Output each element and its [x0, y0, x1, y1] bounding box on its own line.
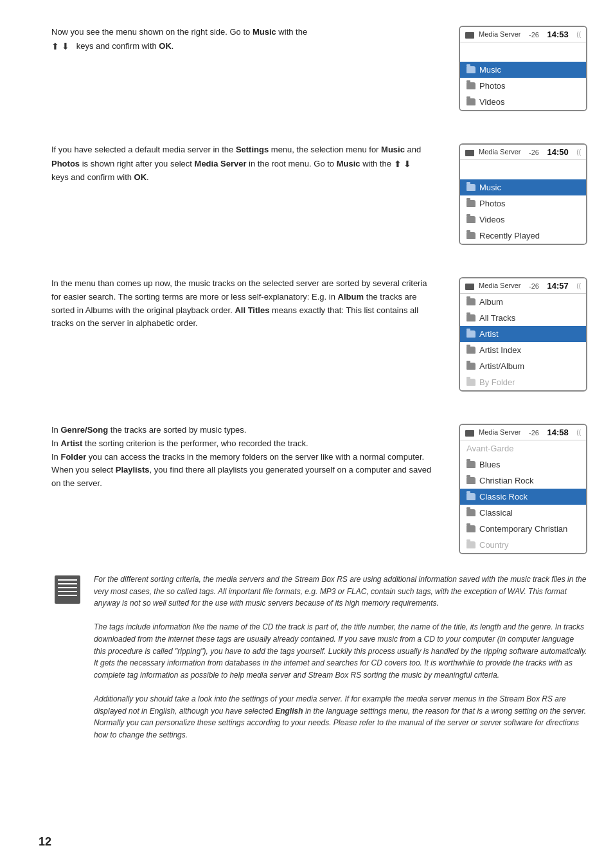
device-mockup-1: Media Server -26 14:53 (( Music Photos [459, 26, 587, 111]
device-3-server-label: Media Server [465, 282, 520, 289]
menu-item-country[interactable]: Country [460, 537, 586, 553]
section-1-text: Now you see the menu shown on the right … [51, 26, 440, 111]
device-mockup-3: Media Server -26 14:57 (( Album All Trac… [459, 277, 587, 392]
section-4: In Genre/Song the tracks are sorted by m… [51, 424, 587, 554]
server-icon-1 [465, 32, 474, 39]
device-2-body: Music Photos Videos Recently Played [460, 160, 586, 244]
menu-item-artist[interactable]: Artist [460, 326, 586, 342]
device-mockup-4: Media Server -26 14:58 (( Avant-Garde Bl… [459, 424, 587, 554]
device-1-body: Music Photos Videos [460, 42, 586, 110]
menu-item-by-folder[interactable]: By Folder [460, 374, 586, 390]
arrow-keys-icon-2: ⬆ ⬇ [394, 157, 412, 171]
arrow-keys-icon: ⬆ ⬇ [51, 39, 69, 53]
device-1-db: -26 [529, 31, 539, 39]
note-p3: Additionally you should take a look into… [94, 693, 587, 741]
device-4-header: Media Server -26 14:58 (( [460, 425, 586, 440]
folder-icon [466, 525, 475, 532]
note-english-bold: English [275, 707, 303, 716]
menu-item-photos-1[interactable]: Photos [460, 78, 586, 94]
folder-icon [466, 493, 475, 500]
device-3-db: -26 [529, 282, 539, 290]
device-4-server-label: Media Server [465, 428, 520, 436]
section-2-paragraph: If you have selected a default media ser… [51, 143, 433, 185]
note-section: For the different sorting criteria, the … [51, 574, 587, 741]
section-3-text: In the menu than comes up now, the music… [51, 277, 440, 392]
device-3: Media Server -26 14:57 (( Album All Trac… [459, 277, 587, 392]
menu-item-all-tracks[interactable]: All Tracks [460, 310, 586, 326]
folder-icon [466, 363, 475, 370]
device-2-time: 14:50 [547, 147, 569, 157]
server-icon-3 [465, 284, 474, 290]
menu-item-recently-played[interactable]: Recently Played [460, 228, 586, 244]
menu-item-music-2[interactable]: Music [460, 179, 586, 195]
section-4-p1: In Genre/Song the tracks are sorted by m… [51, 424, 433, 437]
folder-icon [466, 98, 475, 105]
notebook-icon [55, 575, 80, 604]
section-3: In the menu than comes up now, the music… [51, 277, 587, 392]
folder-icon [466, 216, 475, 223]
menu-item-videos-1[interactable]: Videos [460, 94, 586, 110]
section-2-text: If you have selected a default media ser… [51, 143, 440, 245]
folder-icon [466, 298, 475, 305]
menu-item-avant-garde[interactable]: Avant-Garde [460, 440, 586, 457]
section-4-p3: In Folder you can access the tracks in t… [51, 451, 433, 491]
menu-item-album[interactable]: Album [460, 294, 586, 310]
note-p2: The tags include information like the na… [94, 621, 587, 681]
note-p1: For the different sorting criteria, the … [94, 574, 587, 610]
device-2-header: Media Server -26 14:50 (( [460, 145, 586, 160]
section-1: Now you see the menu shown on the right … [51, 26, 587, 111]
note-text-container: For the different sorting criteria, the … [94, 574, 587, 741]
menu-item-contemporary-christian[interactable]: Contemporary Christian [460, 521, 586, 537]
section-1-paragraph: Now you see the menu shown on the right … [51, 26, 433, 53]
section-4-p2: In Artist the sorting criterion is the p… [51, 437, 433, 451]
menu-item-classical[interactable]: Classical [460, 505, 586, 521]
menu-item-artist-index[interactable]: Artist Index [460, 342, 586, 358]
folder-icon [466, 330, 475, 338]
device-4-db: -26 [529, 429, 539, 437]
folder-icon [466, 541, 475, 548]
server-icon-2 [465, 150, 474, 156]
folder-icon [466, 347, 475, 354]
section-3-paragraph: In the menu than comes up now, the music… [51, 277, 433, 330]
device-3-time: 14:57 [547, 281, 569, 291]
folder-icon [466, 314, 475, 321]
note-icon-container [51, 574, 84, 606]
section-4-text: In Genre/Song the tracks are sorted by m… [51, 424, 440, 554]
device-2-db: -26 [529, 149, 539, 156]
device-1-header: Media Server -26 14:53 (( [460, 27, 586, 42]
device-3-body: Album All Tracks Artist Artist Index Art… [460, 294, 586, 390]
signal-icon-2: (( [576, 149, 581, 156]
device-4-body: Avant-Garde Blues Christian Rock Classic… [460, 440, 586, 553]
menu-item-videos-2[interactable]: Videos [460, 212, 586, 228]
folder-icon [466, 200, 475, 207]
folder-icon [466, 509, 475, 516]
device-3-header: Media Server -26 14:57 (( [460, 278, 586, 294]
menu-item-blues[interactable]: Blues [460, 457, 586, 473]
device-2: Media Server -26 14:50 (( Music Photos [459, 143, 587, 245]
device-1-time: 14:53 [547, 30, 569, 39]
device-mockup-2: Media Server -26 14:50 (( Music Photos [459, 143, 587, 245]
server-icon-4 [465, 430, 474, 437]
device-2-server-label: Media Server [465, 148, 520, 156]
signal-icon-3: (( [576, 282, 581, 289]
folder-icon [466, 477, 475, 484]
device-4-time: 14:58 [547, 428, 569, 437]
folder-icon [466, 66, 475, 73]
page-number: 12 [39, 835, 51, 849]
menu-item-photos-2[interactable]: Photos [460, 195, 586, 212]
signal-icon-1: (( [576, 31, 581, 38]
signal-icon-4: (( [576, 429, 581, 436]
menu-item-artist-album[interactable]: Artist/Album [460, 358, 586, 374]
section-2: If you have selected a default media ser… [51, 143, 587, 245]
folder-icon [466, 379, 475, 386]
folder-icon [466, 232, 475, 239]
folder-icon [466, 461, 475, 468]
device-4: Media Server -26 14:58 (( Avant-Garde Bl… [459, 424, 587, 554]
menu-item-classic-rock[interactable]: Classic Rock [460, 489, 586, 505]
menu-item-christian-rock[interactable]: Christian Rock [460, 473, 586, 489]
folder-icon [466, 82, 475, 89]
device-1-server-label: Media Server [465, 30, 520, 38]
device-1: Media Server -26 14:53 (( Music Photos [459, 26, 587, 111]
menu-item-music-1[interactable]: Music [460, 62, 586, 78]
folder-icon [466, 184, 475, 191]
